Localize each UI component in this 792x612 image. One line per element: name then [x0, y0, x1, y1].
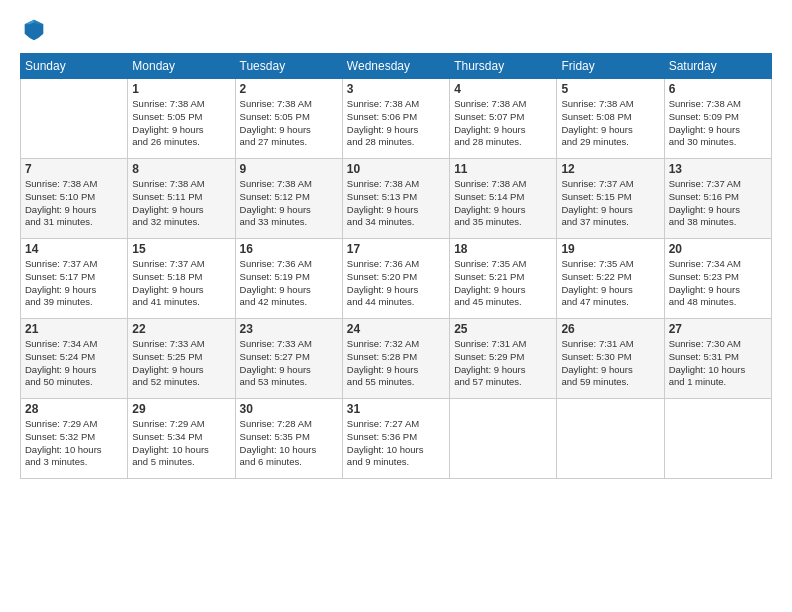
calendar-cell: 7Sunrise: 7:38 AM Sunset: 5:10 PM Daylig… — [21, 159, 128, 239]
day-info: Sunrise: 7:37 AM Sunset: 5:16 PM Dayligh… — [669, 178, 767, 229]
weekday-header-wednesday: Wednesday — [342, 54, 449, 79]
day-info: Sunrise: 7:38 AM Sunset: 5:07 PM Dayligh… — [454, 98, 552, 149]
day-number: 18 — [454, 242, 552, 256]
weekday-header-monday: Monday — [128, 54, 235, 79]
calendar-cell: 20Sunrise: 7:34 AM Sunset: 5:23 PM Dayli… — [664, 239, 771, 319]
logo — [20, 15, 52, 43]
calendar-cell: 15Sunrise: 7:37 AM Sunset: 5:18 PM Dayli… — [128, 239, 235, 319]
day-number: 25 — [454, 322, 552, 336]
calendar-table: SundayMondayTuesdayWednesdayThursdayFrid… — [20, 53, 772, 479]
calendar-cell: 2Sunrise: 7:38 AM Sunset: 5:05 PM Daylig… — [235, 79, 342, 159]
day-info: Sunrise: 7:30 AM Sunset: 5:31 PM Dayligh… — [669, 338, 767, 389]
calendar-week-3: 14Sunrise: 7:37 AM Sunset: 5:17 PM Dayli… — [21, 239, 772, 319]
header — [20, 15, 772, 43]
day-info: Sunrise: 7:35 AM Sunset: 5:21 PM Dayligh… — [454, 258, 552, 309]
calendar-cell: 11Sunrise: 7:38 AM Sunset: 5:14 PM Dayli… — [450, 159, 557, 239]
logo-icon — [20, 15, 48, 43]
calendar-cell: 14Sunrise: 7:37 AM Sunset: 5:17 PM Dayli… — [21, 239, 128, 319]
day-number: 19 — [561, 242, 659, 256]
day-info: Sunrise: 7:28 AM Sunset: 5:35 PM Dayligh… — [240, 418, 338, 469]
day-number: 12 — [561, 162, 659, 176]
calendar-cell: 21Sunrise: 7:34 AM Sunset: 5:24 PM Dayli… — [21, 319, 128, 399]
day-info: Sunrise: 7:38 AM Sunset: 5:11 PM Dayligh… — [132, 178, 230, 229]
calendar-week-4: 21Sunrise: 7:34 AM Sunset: 5:24 PM Dayli… — [21, 319, 772, 399]
day-info: Sunrise: 7:31 AM Sunset: 5:30 PM Dayligh… — [561, 338, 659, 389]
calendar-cell: 31Sunrise: 7:27 AM Sunset: 5:36 PM Dayli… — [342, 399, 449, 479]
calendar-cell: 24Sunrise: 7:32 AM Sunset: 5:28 PM Dayli… — [342, 319, 449, 399]
calendar-cell: 30Sunrise: 7:28 AM Sunset: 5:35 PM Dayli… — [235, 399, 342, 479]
calendar-cell: 13Sunrise: 7:37 AM Sunset: 5:16 PM Dayli… — [664, 159, 771, 239]
day-info: Sunrise: 7:29 AM Sunset: 5:32 PM Dayligh… — [25, 418, 123, 469]
day-number: 23 — [240, 322, 338, 336]
calendar-week-1: 1Sunrise: 7:38 AM Sunset: 5:05 PM Daylig… — [21, 79, 772, 159]
weekday-header-friday: Friday — [557, 54, 664, 79]
day-number: 17 — [347, 242, 445, 256]
day-info: Sunrise: 7:38 AM Sunset: 5:12 PM Dayligh… — [240, 178, 338, 229]
day-info: Sunrise: 7:38 AM Sunset: 5:06 PM Dayligh… — [347, 98, 445, 149]
calendar-cell — [21, 79, 128, 159]
calendar-week-5: 28Sunrise: 7:29 AM Sunset: 5:32 PM Dayli… — [21, 399, 772, 479]
calendar-cell: 5Sunrise: 7:38 AM Sunset: 5:08 PM Daylig… — [557, 79, 664, 159]
calendar-cell: 23Sunrise: 7:33 AM Sunset: 5:27 PM Dayli… — [235, 319, 342, 399]
day-info: Sunrise: 7:38 AM Sunset: 5:14 PM Dayligh… — [454, 178, 552, 229]
calendar-cell: 9Sunrise: 7:38 AM Sunset: 5:12 PM Daylig… — [235, 159, 342, 239]
day-number: 1 — [132, 82, 230, 96]
day-number: 21 — [25, 322, 123, 336]
calendar-cell: 6Sunrise: 7:38 AM Sunset: 5:09 PM Daylig… — [664, 79, 771, 159]
calendar-cell: 27Sunrise: 7:30 AM Sunset: 5:31 PM Dayli… — [664, 319, 771, 399]
day-info: Sunrise: 7:38 AM Sunset: 5:09 PM Dayligh… — [669, 98, 767, 149]
day-number: 28 — [25, 402, 123, 416]
calendar-cell — [557, 399, 664, 479]
weekday-header-tuesday: Tuesday — [235, 54, 342, 79]
day-number: 27 — [669, 322, 767, 336]
calendar-cell: 29Sunrise: 7:29 AM Sunset: 5:34 PM Dayli… — [128, 399, 235, 479]
calendar-cell: 22Sunrise: 7:33 AM Sunset: 5:25 PM Dayli… — [128, 319, 235, 399]
calendar-cell: 18Sunrise: 7:35 AM Sunset: 5:21 PM Dayli… — [450, 239, 557, 319]
day-number: 29 — [132, 402, 230, 416]
day-info: Sunrise: 7:37 AM Sunset: 5:18 PM Dayligh… — [132, 258, 230, 309]
weekday-header-saturday: Saturday — [664, 54, 771, 79]
day-number: 2 — [240, 82, 338, 96]
day-info: Sunrise: 7:32 AM Sunset: 5:28 PM Dayligh… — [347, 338, 445, 389]
day-number: 22 — [132, 322, 230, 336]
weekday-header-row: SundayMondayTuesdayWednesdayThursdayFrid… — [21, 54, 772, 79]
day-number: 16 — [240, 242, 338, 256]
day-number: 3 — [347, 82, 445, 96]
calendar-cell: 3Sunrise: 7:38 AM Sunset: 5:06 PM Daylig… — [342, 79, 449, 159]
calendar-cell: 26Sunrise: 7:31 AM Sunset: 5:30 PM Dayli… — [557, 319, 664, 399]
calendar-cell: 4Sunrise: 7:38 AM Sunset: 5:07 PM Daylig… — [450, 79, 557, 159]
day-number: 8 — [132, 162, 230, 176]
day-info: Sunrise: 7:38 AM Sunset: 5:13 PM Dayligh… — [347, 178, 445, 229]
weekday-header-sunday: Sunday — [21, 54, 128, 79]
calendar-cell: 17Sunrise: 7:36 AM Sunset: 5:20 PM Dayli… — [342, 239, 449, 319]
day-info: Sunrise: 7:38 AM Sunset: 5:10 PM Dayligh… — [25, 178, 123, 229]
calendar-cell: 12Sunrise: 7:37 AM Sunset: 5:15 PM Dayli… — [557, 159, 664, 239]
calendar-cell: 16Sunrise: 7:36 AM Sunset: 5:19 PM Dayli… — [235, 239, 342, 319]
day-info: Sunrise: 7:29 AM Sunset: 5:34 PM Dayligh… — [132, 418, 230, 469]
day-info: Sunrise: 7:37 AM Sunset: 5:15 PM Dayligh… — [561, 178, 659, 229]
day-number: 31 — [347, 402, 445, 416]
day-info: Sunrise: 7:33 AM Sunset: 5:25 PM Dayligh… — [132, 338, 230, 389]
calendar-page: SundayMondayTuesdayWednesdayThursdayFrid… — [0, 0, 792, 612]
calendar-cell: 1Sunrise: 7:38 AM Sunset: 5:05 PM Daylig… — [128, 79, 235, 159]
day-info: Sunrise: 7:34 AM Sunset: 5:23 PM Dayligh… — [669, 258, 767, 309]
day-number: 4 — [454, 82, 552, 96]
calendar-cell: 8Sunrise: 7:38 AM Sunset: 5:11 PM Daylig… — [128, 159, 235, 239]
calendar-cell: 25Sunrise: 7:31 AM Sunset: 5:29 PM Dayli… — [450, 319, 557, 399]
day-info: Sunrise: 7:36 AM Sunset: 5:20 PM Dayligh… — [347, 258, 445, 309]
calendar-week-2: 7Sunrise: 7:38 AM Sunset: 5:10 PM Daylig… — [21, 159, 772, 239]
day-info: Sunrise: 7:38 AM Sunset: 5:05 PM Dayligh… — [240, 98, 338, 149]
day-info: Sunrise: 7:34 AM Sunset: 5:24 PM Dayligh… — [25, 338, 123, 389]
day-info: Sunrise: 7:36 AM Sunset: 5:19 PM Dayligh… — [240, 258, 338, 309]
day-info: Sunrise: 7:37 AM Sunset: 5:17 PM Dayligh… — [25, 258, 123, 309]
day-info: Sunrise: 7:27 AM Sunset: 5:36 PM Dayligh… — [347, 418, 445, 469]
day-number: 20 — [669, 242, 767, 256]
day-number: 9 — [240, 162, 338, 176]
day-number: 13 — [669, 162, 767, 176]
day-number: 6 — [669, 82, 767, 96]
calendar-cell: 10Sunrise: 7:38 AM Sunset: 5:13 PM Dayli… — [342, 159, 449, 239]
calendar-cell: 19Sunrise: 7:35 AM Sunset: 5:22 PM Dayli… — [557, 239, 664, 319]
day-info: Sunrise: 7:38 AM Sunset: 5:08 PM Dayligh… — [561, 98, 659, 149]
day-number: 5 — [561, 82, 659, 96]
day-info: Sunrise: 7:38 AM Sunset: 5:05 PM Dayligh… — [132, 98, 230, 149]
